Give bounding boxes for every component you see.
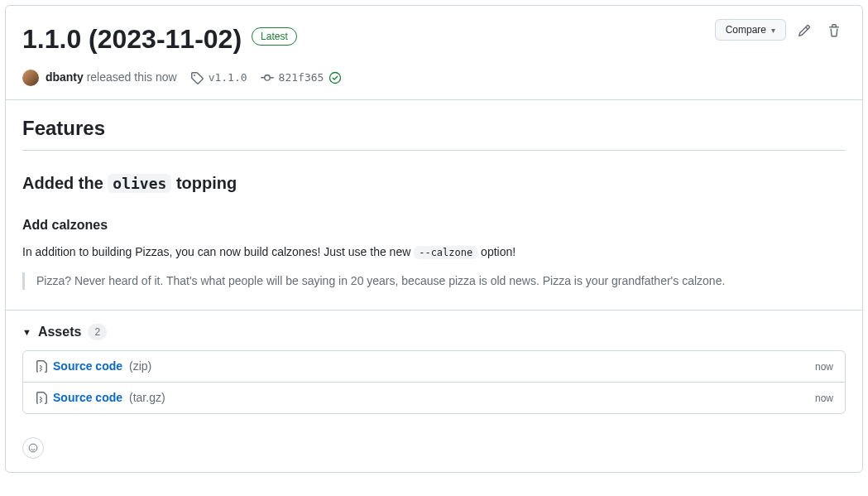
edit-button[interactable] — [793, 19, 816, 42]
commit-sha: 821f365 — [279, 70, 324, 86]
author-link[interactable]: dbanty — [46, 70, 84, 84]
released-text: released this now — [87, 70, 177, 84]
disclosure-triangle-icon: ▼ — [22, 325, 31, 339]
feature-olives-heading: Added the olives topping — [22, 171, 846, 195]
feature-calzones-heading: Add calzones — [22, 215, 846, 235]
asset-row: Source code (zip) now — [23, 351, 845, 382]
release-title: 1.1.0 (2023-11-02) — [22, 19, 242, 59]
compare-button[interactable]: Compare ▾ — [715, 19, 786, 41]
tag-name: v1.1.0 — [209, 70, 247, 86]
asset-ext: (tar.gz) — [129, 389, 165, 407]
avatar[interactable] — [22, 70, 39, 86]
tag-group[interactable]: v1.1.0 — [190, 70, 247, 86]
release-card: 1.1.0 (2023-11-02) Latest Compare ▾ dban… — [5, 5, 863, 473]
features-heading: Features — [22, 113, 846, 151]
svg-point-3 — [34, 447, 35, 448]
trash-icon — [827, 24, 841, 37]
asset-time: now — [815, 391, 833, 406]
asset-row: Source code (tar.gz) now — [23, 382, 845, 413]
commit-icon — [261, 71, 274, 84]
compare-label: Compare — [726, 24, 766, 36]
release-body: Features Added the olives topping Add ca… — [6, 100, 862, 310]
assets-list: Source code (zip) now Source code (tar.g… — [22, 350, 846, 414]
author-group: dbanty released this now — [22, 69, 177, 86]
smiley-icon — [28, 441, 38, 455]
assets-count-badge: 2 — [88, 324, 107, 340]
delete-button[interactable] — [822, 19, 846, 42]
asset-name: Source code — [53, 389, 122, 407]
file-zip-icon — [35, 392, 48, 405]
asset-name: Source code — [53, 358, 122, 375]
assets-toggle[interactable]: ▼ Assets 2 — [22, 311, 846, 350]
file-zip-icon — [35, 360, 48, 373]
pencil-icon — [798, 24, 811, 37]
asset-time: now — [815, 359, 833, 374]
asset-link-zip[interactable]: Source code (zip) — [35, 358, 151, 375]
release-meta: dbanty released this now v1.1.0 821f365 — [6, 59, 862, 100]
calzones-paragraph: In addition to building Pizzas, you can … — [22, 243, 846, 261]
asset-ext: (zip) — [129, 358, 151, 375]
assets-section: ▼ Assets 2 Source code (zip) now Source … — [6, 310, 862, 427]
svg-point-2 — [31, 447, 32, 448]
latest-badge: Latest — [252, 27, 297, 46]
add-reaction-button[interactable] — [22, 437, 44, 459]
commit-group[interactable]: 821f365 — [261, 70, 343, 86]
caret-down-icon: ▾ — [771, 26, 775, 35]
release-header: 1.1.0 (2023-11-02) Latest Compare ▾ — [6, 6, 862, 59]
asset-link-targz[interactable]: Source code (tar.gz) — [35, 389, 165, 407]
svg-point-0 — [330, 72, 341, 83]
tag-icon — [190, 71, 204, 84]
verified-icon — [328, 71, 342, 84]
calzones-quote: Pizza? Never heard of it. That's what pe… — [22, 272, 846, 290]
svg-point-1 — [29, 444, 37, 452]
assets-heading: Assets — [38, 322, 81, 342]
